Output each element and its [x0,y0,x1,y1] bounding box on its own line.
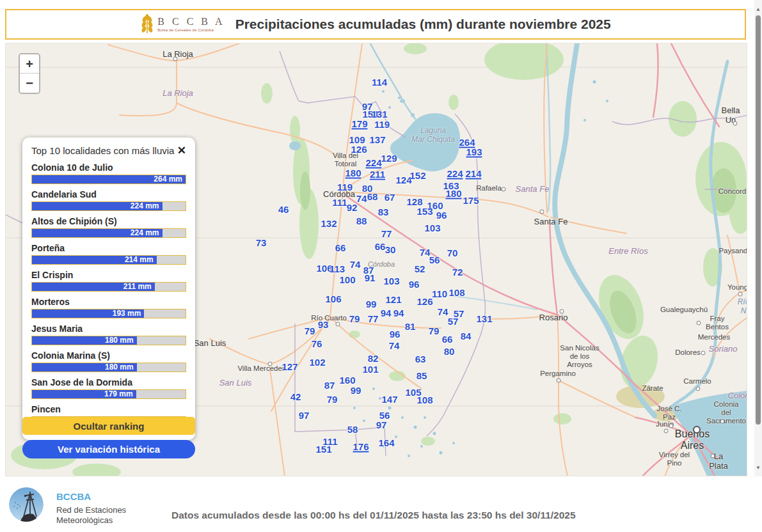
map-place-label: Colonia del Sacramento [706,400,746,426]
scrollbar-down-arrow[interactable]: ▼ [754,465,762,471]
station-value-label: 77 [368,313,379,324]
ranking-item: Morteros193 mm [31,297,186,318]
station-value-label: 66 [335,242,346,253]
ranking-bar: 264 mm [31,175,186,184]
station-value-label: 119 [374,119,390,130]
station-value-label: 137 [369,134,385,145]
footer: BCCBA Red de Estaciones Meteorológicas D… [0,476,762,532]
ranking-bar: 211 mm [31,282,186,292]
history-button[interactable]: Ver variación histórica [22,440,195,458]
station-value-label: 97 [299,410,310,421]
station-value-label: 111 [332,197,347,208]
map-place-label: Paysandú [718,247,747,255]
ranking-bar-fill: 211 mm [32,283,155,291]
capital-marker [693,426,701,434]
scrollbar-up-arrow[interactable]: ▲ [754,6,762,12]
map-place-label: San Luis [219,379,252,388]
map-place-label: Mercedes [698,333,731,341]
town-marker [502,187,506,192]
station-value-label: 131 [476,313,492,324]
ranking-item-name: Porteña [31,243,186,253]
town-marker [336,322,340,327]
station-value-label: 175 [463,195,479,206]
map-place-label: Fray Bentos [702,315,732,331]
station-value-label: 132 [321,218,337,229]
map-place-label: Rafaela [476,184,502,192]
station-value-label: 126 [417,296,433,307]
station-value-label: 94 [381,308,392,318]
ranking-item-name: Pincen [31,404,186,414]
station-value-label: 92 [347,202,358,213]
ranking-item: Jesus Maria180 mm [31,324,186,345]
map-place-label: San Luis [194,339,226,348]
map-zoom-control: + − [19,53,40,94]
map-place-label: Laguna Mar Chiquita [411,127,455,145]
station-value-label: 66 [375,241,386,252]
station-value-label: 91 [365,272,376,283]
station-value-label: 88 [356,215,367,226]
station-value-label: 126 [351,144,367,155]
station-value-label: 70 [447,247,458,258]
station-value-label: 82 [368,353,379,364]
map-place-label: José C. Paz [657,405,682,421]
page-title: Precipitaciones acumuladas (mm) durante … [235,17,611,32]
town-marker [720,419,725,424]
ranking-item-name: Colonia 10 de Julio [31,162,186,173]
town-marker [173,57,178,61]
station-value-label: 94 [393,308,404,318]
town-marker [560,309,564,314]
ranking-item: El Crispin211 mm [31,270,186,292]
map-place-label: Virrey del Pino [659,451,690,467]
station-value-label: 96 [436,210,447,221]
station-value-label: 108 [448,287,464,298]
map-place-label: Buenos Aires [665,428,720,452]
close-icon[interactable]: ✕ [177,145,186,156]
ranking-item-name: Morteros [31,297,186,307]
ranking-item: Candelaria Sud224 mm [31,189,186,211]
ranking-item-name: Colonia Marina (S) [31,350,186,361]
station-value-label: 68 [367,191,378,202]
station-value-label: 30 [385,244,396,255]
footer-subtitle: Red de Estaciones Meteorológicas [56,505,126,525]
ranking-bar-fill: 180 mm [32,336,137,345]
station-value-label: 108 [417,395,433,405]
station-value-label: 100 [339,274,355,285]
ranking-item-name: El Crispin [31,270,186,280]
station-value-label: 79 [349,313,360,324]
ranking-bar: 180 mm [31,336,186,345]
scrollbar-thumb[interactable] [756,15,761,425]
station-value-label: 56 [429,254,440,265]
avatar [9,487,44,522]
station-value-label: 214 [465,168,481,179]
station-value-label: 180 [345,168,361,178]
station-value-label: 46 [278,204,289,215]
ranking-bar-fill: 179 mm [32,390,136,398]
town-marker [733,121,738,126]
town-marker [696,387,701,391]
station-value-label: 110 [432,288,447,299]
ranking-item: Colonia Marina (S)180 mm [31,350,186,372]
map-place-label: Concordia [718,187,747,196]
zoom-in-button[interactable]: + [20,54,39,74]
station-value-label: 57 [448,316,459,327]
station-value-label: 79 [305,325,315,336]
map-place-label: Pergamino [540,370,576,378]
ranking-bar: 214 mm [31,255,186,265]
ranking-item-name: San Jose de la Dormida [31,377,186,387]
map-place-label: Coloni [728,391,747,401]
ranking-panel: Top 10 localidades con más lluvia ✕ Colo… [22,137,195,440]
station-value-label: 113 [329,263,345,274]
hide-ranking-button[interactable]: Ocultar ranking [22,417,195,435]
station-value-label: 83 [378,207,389,217]
ranking-title: Top 10 localidades con más lluvia [31,145,174,156]
map-place-label: Río N [738,298,747,316]
station-value-label: 153 [417,206,433,217]
zoom-out-button[interactable]: − [20,74,39,93]
page-scrollbar[interactable]: ▲ ▼ [754,0,762,476]
header: B C C B A Bolsa de Cereales de Córdoba P… [5,9,746,40]
ranking-bar-fill: 264 mm [32,175,186,184]
station-value-label: 72 [452,267,463,278]
station-value-label: 52 [415,263,425,274]
station-value-label: 79 [429,325,440,336]
station-value-label: 147 [381,394,397,405]
